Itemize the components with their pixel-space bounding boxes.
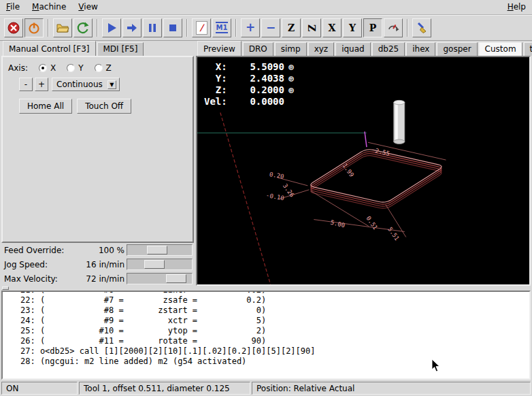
tab-ihex[interactable]: ihex: [406, 42, 435, 56]
radio-z-indicator[interactable]: [95, 64, 103, 72]
radio-x-indicator[interactable]: [39, 64, 47, 72]
jog-increment-dropdown[interactable]: Continuous ▼: [52, 78, 120, 91]
toolbar: / M1 + − Z Z X Y P: [0, 15, 532, 41]
tab-simp[interactable]: simp: [275, 42, 307, 56]
radio-y-indicator[interactable]: [67, 64, 75, 72]
homed-icon: ⊕: [288, 73, 294, 84]
tab-custom[interactable]: Custom: [479, 42, 522, 56]
jog-speed-value: 16 in/min: [86, 260, 124, 269]
tab-db25[interactable]: db25: [372, 42, 405, 56]
reload-button[interactable]: [73, 18, 93, 37]
manual-control-frame: Axis: X Y Z - + Continuous: [1, 56, 194, 243]
max-velocity-slider[interactable]: [127, 273, 193, 284]
menu-help[interactable]: Help: [501, 0, 532, 14]
toolbar-separator: [235, 19, 237, 37]
tab-ttt[interactable]: ttt: [524, 42, 532, 56]
zoom-out-icon: −: [266, 22, 276, 33]
toolbar-separator: [186, 19, 188, 37]
view-x-button[interactable]: X: [322, 18, 342, 37]
tool-info-cell: Tool 1, offset 0.511, diameter 0.125: [79, 382, 250, 395]
position-mode-cell: Position: Relative Actual: [252, 382, 531, 395]
dimension-labels: 2.55 1.99 0.20 3.26 -0.10 5.00 0.51 5.51: [265, 147, 401, 242]
tab-iquad[interactable]: iquad: [335, 42, 371, 56]
jog-controls-row: - + Continuous ▼: [19, 78, 188, 91]
estop-icon: [7, 21, 20, 35]
tab-preview[interactable]: Preview: [197, 41, 242, 56]
view-x-icon: X: [329, 22, 336, 33]
axis-radio-y[interactable]: Y: [67, 63, 83, 73]
max-velocity-handle[interactable]: [166, 274, 186, 283]
preview-canvas[interactable]: 2.55 1.99 0.20 3.26 -0.10 5.00 0.51 5.51: [196, 56, 531, 286]
homed-icon: ⊕: [288, 61, 294, 73]
view-z-rotated-button[interactable]: Z: [302, 18, 321, 37]
open-folder-icon: [56, 21, 69, 35]
tab-manual-control[interactable]: Manual Control [F3]: [3, 41, 96, 56]
reload-icon: [76, 21, 90, 35]
max-velocity-row: Max Velocity: 72 in/min: [1, 272, 195, 286]
pause-button[interactable]: [143, 18, 162, 37]
dro-y-row: Y: 2.4038 ⊕: [204, 73, 294, 84]
dim-m0-10: -0.10: [265, 192, 284, 202]
jog-speed-row: Jog Speed: 16 in/min: [1, 258, 195, 271]
dro-x-label: X:: [204, 61, 227, 73]
view-z-rotated-icon: Z: [306, 24, 317, 31]
statusbar: ON Tool 1, offset 0.511, diameter 0.125 …: [0, 380, 532, 396]
menu-machine[interactable]: Machine: [26, 0, 72, 14]
jog-minus-button[interactable]: -: [19, 78, 33, 91]
dim-5-00: 5.00: [330, 219, 346, 229]
menubar: File Machine View Help: [0, 0, 532, 15]
tab-xyz[interactable]: xyz: [308, 42, 335, 56]
axis-x-label: X: [50, 63, 56, 73]
zoom-in-icon: +: [246, 22, 255, 33]
jog-increment-value: Continuous: [56, 80, 103, 89]
axis-radio-x[interactable]: X: [39, 63, 56, 73]
jog-speed-handle[interactable]: [144, 260, 165, 269]
stop-button[interactable]: [163, 18, 182, 37]
menu-view[interactable]: View: [72, 0, 103, 14]
rotate-view-icon: [386, 21, 400, 35]
optional-stop-button[interactable]: M1: [212, 18, 231, 37]
clear-plot-button[interactable]: [412, 18, 431, 37]
home-all-button[interactable]: Home All: [19, 99, 72, 114]
menu-file[interactable]: File: [0, 0, 26, 14]
jog-plus-button[interactable]: +: [35, 78, 48, 91]
pane-sash-grip[interactable]: [2, 286, 9, 290]
view-perspective-button[interactable]: P: [363, 18, 382, 37]
toggle-skip-button[interactable]: /: [192, 18, 211, 37]
axis-main-window: File Machine View Help: [0, 0, 532, 396]
feed-override-handle[interactable]: [147, 246, 167, 254]
dro-z-value: 0.2000: [227, 84, 284, 96]
rotate-view-button[interactable]: [384, 18, 403, 37]
axis-selector-row: Axis: X Y Z: [8, 63, 187, 73]
view-y-button[interactable]: Y: [343, 18, 362, 37]
axis-radio-z[interactable]: Z: [95, 63, 112, 73]
feed-override-slider[interactable]: [127, 244, 193, 256]
zoom-in-button[interactable]: +: [241, 18, 260, 37]
touch-off-button[interactable]: Touch Off: [77, 99, 131, 114]
open-file-button[interactable]: [53, 18, 72, 37]
gcode-listing[interactable]: 21: ( #6 = zincr = .02) 22: ( #7 = zsafe…: [1, 291, 531, 380]
toolpath-passes: [311, 150, 442, 208]
view-y-icon: Y: [349, 22, 356, 33]
step-button[interactable]: [122, 18, 142, 37]
estop-button[interactable]: [4, 18, 23, 37]
power-icon: [27, 21, 41, 35]
view-z-button[interactable]: Z: [282, 18, 301, 37]
tab-gosper[interactable]: gosper: [437, 42, 477, 56]
machine-power-button[interactable]: [24, 18, 44, 37]
dro-z-label: Z:: [204, 84, 227, 96]
dro-y-label: Y:: [204, 73, 227, 84]
feed-override-value: 100 %: [99, 246, 124, 255]
toolbar-separator: [407, 19, 408, 37]
run-button[interactable]: [102, 18, 121, 37]
tab-dro[interactable]: DRO: [243, 42, 273, 56]
axis-label: Axis:: [8, 63, 28, 73]
jog-speed-label: Jog Speed:: [4, 260, 48, 269]
gcode-line: 22: ( #7 = zsafe = 0.2): [20, 295, 529, 306]
dro-z-row: Z: 0.2000 ⊕: [204, 84, 294, 96]
tab-mdi[interactable]: MDI [F5]: [97, 42, 144, 56]
gcode-line: 25: ( #10 = ytop = 2): [20, 326, 529, 336]
zoom-out-button[interactable]: −: [261, 18, 280, 37]
view-z-icon: Z: [288, 22, 295, 33]
jog-speed-slider[interactable]: [127, 259, 193, 270]
